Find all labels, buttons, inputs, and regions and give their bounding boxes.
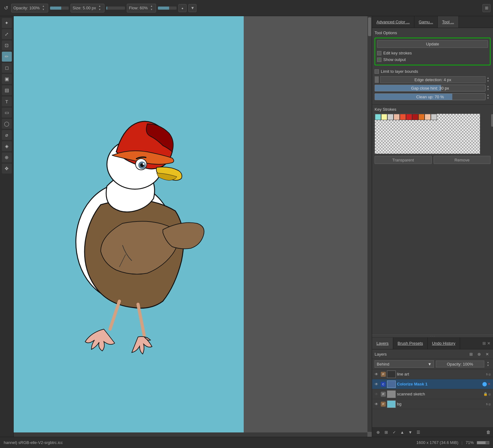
color-swatch-76[interactable] (449, 140, 456, 147)
color-swatch-49[interactable] (381, 134, 387, 140)
color-swatch-2[interactable] (387, 114, 394, 120)
layer-item-colorize-mask[interactable]: 👁 C Colorize Mask 1 ✕ (372, 379, 493, 389)
color-swatch-44[interactable] (449, 127, 456, 133)
layer-color-dot-1[interactable] (482, 382, 487, 386)
color-swatch-26[interactable] (437, 120, 443, 127)
color-swatch-88[interactable] (425, 147, 431, 153)
color-swatch-45[interactable] (456, 127, 462, 133)
color-swatch-5[interactable] (406, 114, 412, 120)
color-swatch-56[interactable] (425, 134, 431, 140)
tool-pointer[interactable]: ✦ (2, 18, 12, 28)
tab-undo-history[interactable]: Undo History (428, 338, 460, 349)
layer-down-btn[interactable]: ▼ (407, 429, 414, 436)
color-grid-scrollbar[interactable] (491, 114, 493, 154)
eye-icon-bg[interactable]: 👁 (375, 402, 380, 406)
layer-group-btn[interactable]: ⊞ (383, 429, 389, 436)
color-swatch-61[interactable] (456, 134, 462, 140)
limit-layer-row[interactable]: Limit to layer bounds (375, 68, 491, 75)
color-swatch-78[interactable] (462, 140, 468, 147)
canvas-area[interactable] (14, 16, 372, 437)
edge-detection-arrows[interactable]: ▲▼ (486, 77, 491, 83)
transparent-button[interactable]: Transparent (375, 156, 432, 164)
color-swatch-63[interactable] (468, 134, 474, 140)
update-button[interactable]: Update (377, 40, 488, 48)
tool-crop[interactable]: ⊡ (2, 40, 12, 50)
color-swatch-71[interactable] (418, 140, 425, 147)
color-swatch-15[interactable] (468, 114, 474, 120)
color-swatch-21[interactable] (406, 120, 412, 127)
tool-colorpicker[interactable]: ◈ (2, 141, 12, 151)
opacity-control[interactable]: Opacity: 100% ▲▼ (11, 4, 48, 12)
color-swatch-68[interactable] (400, 140, 406, 147)
edit-key-strokes-row[interactable]: Edit key strokes (377, 50, 488, 56)
layer-item-scanned-sketch[interactable]: 👁 P scanned sketch 🔒 α (372, 389, 493, 399)
color-swatch-70[interactable] (412, 140, 418, 147)
color-swatch-31[interactable] (468, 120, 474, 127)
color-swatch-35[interactable] (394, 127, 400, 133)
layer-duplicate-btn[interactable]: ✓ (391, 429, 398, 436)
layer-settings-icon[interactable]: ⊞ (468, 351, 474, 357)
color-swatch-77[interactable] (456, 140, 462, 147)
tool-lasso[interactable]: ⌀ (2, 130, 12, 140)
layer-close-icon-colorize[interactable]: ✕ (488, 382, 491, 386)
color-swatch-27[interactable] (443, 120, 449, 127)
layer-opacity-arrows[interactable]: ▲ ▼ (486, 361, 491, 367)
view-btn[interactable]: ⊞ (482, 4, 491, 12)
color-swatch-62[interactable] (462, 134, 468, 140)
color-swatch-86[interactable] (412, 147, 418, 153)
color-swatch-8[interactable] (425, 114, 431, 120)
color-swatch-11[interactable] (443, 114, 449, 120)
key-strokes-color-grid[interactable] (375, 114, 480, 154)
color-swatch-22[interactable] (412, 120, 418, 127)
color-swatch-46[interactable] (462, 127, 468, 133)
brush-option-btn[interactable]: ▼ (188, 4, 196, 12)
color-swatch-42[interactable] (437, 127, 443, 133)
clean-up-arrows[interactable]: ▲▼ (486, 94, 491, 100)
color-swatch-64[interactable] (375, 140, 381, 147)
color-swatch-34[interactable] (387, 127, 394, 133)
layer-lock-icon-scanned[interactable]: 🔒 (483, 392, 488, 396)
scroll-thumb-vertical[interactable] (368, 17, 371, 36)
flow-control[interactable]: Flow: 60% ▲▼ (127, 4, 156, 12)
tool-brush[interactable]: ✏ (2, 52, 12, 62)
color-swatch-0[interactable] (375, 114, 381, 120)
layer-alpha-icon-bg[interactable]: α (489, 402, 491, 406)
color-swatch-9[interactable] (431, 114, 437, 120)
layer-alpha-icon-line-art[interactable]: α (489, 372, 491, 376)
layer-filter-icon[interactable]: ⊛ (476, 351, 482, 357)
tool-text[interactable]: T (2, 96, 12, 106)
flow-slider[interactable] (158, 7, 177, 10)
color-swatch-4[interactable] (400, 114, 406, 120)
color-swatch-72[interactable] (425, 140, 431, 147)
tab-layers[interactable]: Layers (372, 338, 393, 349)
color-swatch-82[interactable] (387, 147, 394, 153)
canvas-scroll-horizontal[interactable] (14, 432, 367, 437)
color-swatch-65[interactable] (381, 140, 387, 147)
color-swatch-19[interactable] (394, 120, 400, 127)
tool-pan[interactable]: ✥ (2, 164, 12, 174)
blend-mode-select[interactable]: Behind ▼ (375, 360, 434, 368)
size-arrows[interactable]: ▲▼ (97, 5, 102, 11)
layer-menu-btn[interactable]: ☰ (415, 429, 422, 436)
layer-add-btn[interactable]: ⊕ (375, 429, 381, 436)
color-swatch-18[interactable] (387, 120, 394, 127)
tab-brush-presets[interactable]: Brush Presets (393, 338, 428, 349)
color-swatch-81[interactable] (381, 147, 387, 153)
tool-transform[interactable]: ⤢ (2, 29, 12, 39)
color-swatch-53[interactable] (406, 134, 412, 140)
refresh-button[interactable]: ↺ (2, 5, 9, 12)
color-swatch-16[interactable] (375, 120, 381, 127)
color-swatch-50[interactable] (387, 134, 394, 140)
color-swatch-52[interactable] (400, 134, 406, 140)
color-swatch-60[interactable] (449, 134, 456, 140)
color-swatch-32[interactable] (375, 127, 381, 133)
color-swatch-43[interactable] (443, 127, 449, 133)
zoom-slider[interactable] (477, 441, 489, 444)
grid-scroll-thumb[interactable] (491, 114, 493, 127)
color-swatch-89[interactable] (431, 147, 437, 153)
color-swatch-48[interactable] (375, 134, 381, 140)
layer-opacity-field[interactable]: Opacity: 100% (436, 361, 485, 367)
tool-select-rect[interactable]: ▭ (2, 108, 12, 118)
color-swatch-85[interactable] (406, 147, 412, 153)
tab-settings-icon[interactable]: ⊞ (482, 341, 486, 346)
